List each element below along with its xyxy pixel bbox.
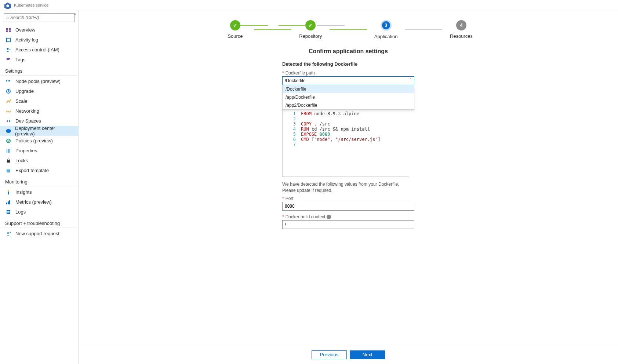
menu-icon xyxy=(5,98,12,105)
info-icon[interactable]: i xyxy=(327,215,331,219)
sidebar-item-label: Policies (preview) xyxy=(15,138,53,143)
code-line: 1FROM node:8.9.3-alpine xyxy=(283,111,409,116)
wizard-footer: Previous Next xyxy=(79,345,618,364)
dockerfile-path-input[interactable] xyxy=(282,76,414,85)
svg-rect-19 xyxy=(10,149,10,153)
menu-icon xyxy=(5,57,12,63)
svg-point-15 xyxy=(9,120,10,122)
step-label: Resources xyxy=(450,33,473,39)
svg-rect-5 xyxy=(9,30,11,32)
svg-rect-2 xyxy=(6,28,8,30)
sidebar-item[interactable]: +New support request xyxy=(0,229,78,239)
menu-icon xyxy=(5,157,12,164)
sidebar-item[interactable]: Activity log xyxy=(0,35,78,45)
menu-icon xyxy=(5,128,11,134)
step-number: 3 xyxy=(381,20,392,31)
step-label: Application xyxy=(374,34,398,39)
menu-icon xyxy=(5,108,12,114)
sidebar-item[interactable]: Locks xyxy=(0,156,78,165)
menu-icon xyxy=(5,27,12,33)
check-icon: ✓ xyxy=(230,20,240,30)
menu-icon xyxy=(5,88,12,95)
sidebar-item[interactable]: Tags xyxy=(0,55,78,65)
sidebar-item[interactable]: Access control (IAM) xyxy=(0,45,78,55)
sidebar-item[interactable]: Logs xyxy=(0,207,78,217)
svg-rect-25 xyxy=(8,201,9,204)
collapse-sidebar-button[interactable]: « xyxy=(74,12,76,16)
search-input[interactable] xyxy=(9,15,72,20)
svg-rect-20 xyxy=(7,160,10,163)
next-button[interactable]: Next xyxy=(350,350,385,359)
sidebar-item-label: Deployment center (preview) xyxy=(15,125,73,136)
sidebar-item[interactable]: Metrics (preview) xyxy=(0,197,78,207)
docker-build-context-input[interactable] xyxy=(282,220,414,229)
sidebar-item-label: New support request xyxy=(15,231,59,236)
sidebar-item-label: Locks xyxy=(15,158,28,163)
svg-rect-11 xyxy=(8,80,9,81)
svg-rect-4 xyxy=(6,30,8,32)
menu-icon xyxy=(5,37,12,43)
sidebar-item[interactable]: Scale xyxy=(0,96,78,106)
dockerfile-path-combobox[interactable]: ⌃ /Dockerfile/app/Dockerfile/app2/Docker… xyxy=(282,76,414,85)
sidebar-item[interactable]: Upgrade xyxy=(0,86,78,96)
sidebar-item-label: Overview xyxy=(15,27,35,33)
step-label: Repository xyxy=(299,33,322,39)
svg-rect-7 xyxy=(7,39,10,41)
menu-icon: + xyxy=(5,230,12,237)
sidebar-search[interactable]: ⌕ xyxy=(4,13,74,22)
sidebar-item[interactable]: Dev Spaces xyxy=(0,116,78,126)
svg-rect-28 xyxy=(7,211,10,212)
sidebar-item-label: Node pools (preview) xyxy=(15,79,61,84)
dropdown-option[interactable]: /Dockerfile xyxy=(283,85,414,93)
svg-rect-29 xyxy=(7,212,10,213)
monitoring-section-label: Monitoring xyxy=(0,175,78,186)
search-icon: ⌕ xyxy=(6,15,9,20)
wizard-step[interactable]: ✓Repository xyxy=(291,20,330,39)
wizard-step[interactable]: 3Application xyxy=(367,20,405,39)
top-bar: Kubernetes service xyxy=(0,0,618,10)
previous-button[interactable]: Previous xyxy=(312,350,347,359)
menu-icon xyxy=(5,138,12,144)
svg-point-1 xyxy=(6,4,9,7)
svg-point-30 xyxy=(7,232,9,234)
sidebar-item[interactable]: Export template xyxy=(0,165,78,175)
code-line: 7 xyxy=(283,142,409,147)
svg-rect-12 xyxy=(9,80,10,81)
code-line: 4RUN cd /src && npm install xyxy=(283,127,409,132)
svg-rect-3 xyxy=(9,28,11,30)
svg-rect-27 xyxy=(7,210,10,214)
port-label: *Port xyxy=(282,196,414,201)
sidebar-item[interactable]: Node pools (preview) xyxy=(0,76,78,86)
check-icon: ✓ xyxy=(305,20,316,30)
code-line: 2 xyxy=(283,116,409,121)
sidebar-item[interactable]: Properties xyxy=(0,146,78,156)
page-title: Confirm application settings xyxy=(216,48,480,55)
svg-point-23 xyxy=(8,190,9,192)
dockerfile-heading: Detected the following Dockerfile xyxy=(282,61,414,67)
settings-section-label: Settings xyxy=(0,65,78,76)
code-line: 6CMD ["node", "/src/server.js"] xyxy=(283,137,409,142)
docker-build-context-label: *Docker build context i xyxy=(282,214,414,219)
svg-rect-17 xyxy=(7,149,7,153)
sidebar: « ⌕ OverviewActivity logAccess control (… xyxy=(0,10,79,364)
sidebar-item[interactable]: Insights xyxy=(0,187,78,197)
wizard-step[interactable]: 4Resources xyxy=(442,20,480,39)
wizard-step[interactable]: ✓Source xyxy=(216,20,254,39)
menu-icon xyxy=(5,47,12,53)
svg-rect-24 xyxy=(6,203,7,204)
svg-rect-22 xyxy=(7,170,10,170)
svg-rect-10 xyxy=(6,80,7,81)
sidebar-item-label: Networking xyxy=(15,108,39,114)
dropdown-option[interactable]: /app2/Dockerfile xyxy=(283,101,414,109)
svg-point-9 xyxy=(10,49,11,50)
sidebar-item[interactable]: Policies (preview) xyxy=(0,136,78,146)
svg-text:+: + xyxy=(10,231,11,234)
dropdown-option[interactable]: /app/Dockerfile xyxy=(283,93,414,101)
menu-icon xyxy=(5,118,12,124)
port-input[interactable] xyxy=(282,202,414,211)
svg-rect-18 xyxy=(8,149,9,153)
sidebar-item-label: Properties xyxy=(15,148,37,153)
sidebar-item[interactable]: Overview xyxy=(0,25,78,35)
sidebar-item[interactable]: Deployment center (preview) xyxy=(0,126,78,136)
sidebar-item[interactable]: Networking xyxy=(0,106,78,116)
